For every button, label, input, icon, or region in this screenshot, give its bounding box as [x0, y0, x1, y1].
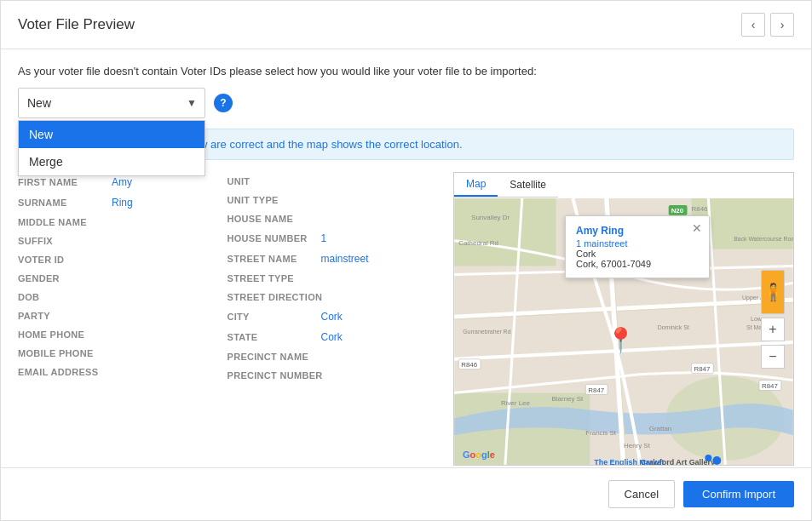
field-label-middlename: MIDDLE NAME: [18, 217, 112, 227]
field-row: STREET DIRECTION: [227, 288, 437, 306]
svg-text:R846: R846: [691, 205, 708, 213]
field-label-dob: DOB: [18, 292, 112, 302]
map-pin: 📍: [606, 326, 636, 354]
field-row: HOUSE NUMBER 1: [227, 228, 437, 249]
field-row: SURNAME Ring: [18, 192, 227, 213]
map-tab-map[interactable]: Map: [454, 173, 498, 197]
field-value-state: Cork: [321, 331, 343, 343]
google-logo: Google: [463, 449, 495, 460]
nav-next-button[interactable]: ›: [770, 13, 794, 37]
popup-address: 1 mainstreet: [576, 238, 699, 249]
field-label-city: CITY: [227, 312, 321, 322]
field-label-streetname: STREET NAME: [227, 254, 321, 264]
field-row: EMAIL ADDRESS: [18, 363, 227, 381]
field-label-party: PARTY: [18, 311, 112, 321]
field-row: PARTY: [18, 306, 227, 325]
popup-zip: Cork, 67001-7049: [576, 259, 699, 269]
field-label-precinctname: PRECINCT NAME: [227, 352, 321, 362]
field-row: PRECINCT NAME: [227, 347, 437, 366]
field-row: PRECINCT NUMBER: [227, 366, 437, 385]
field-label-streetdirection: STREET DIRECTION: [227, 292, 323, 302]
help-icon[interactable]: ?: [214, 94, 233, 112]
field-label-unittype: UNIT TYPE: [227, 195, 321, 205]
modal-footer: Cancel Confirm Import: [1, 467, 811, 520]
svg-text:Francis St: Francis St: [585, 429, 617, 437]
field-value-housenumber: 1: [321, 232, 327, 244]
info-text: As your voter file doesn't contain Voter…: [18, 65, 794, 77]
nav-arrows: ‹ ›: [741, 13, 794, 37]
svg-text:Grattan: Grattan: [649, 425, 671, 432]
zoom-out-button[interactable]: −: [761, 345, 785, 369]
field-label-email: EMAIL ADDRESS: [18, 367, 112, 377]
map-section: Map Satellite: [453, 172, 794, 467]
map-popup: ✕ Amy Ring 1 mainstreet Cork Cork, 67001…: [565, 215, 710, 278]
field-label-surname: SURNAME: [18, 198, 112, 208]
field-row: CITY Cork: [227, 306, 437, 327]
svg-text:Blarney St: Blarney St: [552, 395, 584, 403]
field-label-gender: GENDER: [18, 273, 112, 283]
svg-text:N20: N20: [671, 207, 684, 215]
svg-text:R847: R847: [694, 365, 711, 373]
field-row: SUFFIX: [18, 232, 227, 250]
modal-container: Voter File Preview ‹ › As your voter fil…: [0, 0, 812, 521]
svg-text:Henry St: Henry St: [624, 442, 651, 449]
dropdown-item-new[interactable]: New: [19, 121, 204, 148]
field-label-housename: HOUSE NAME: [227, 214, 321, 224]
map-controls: 🧍 + −: [761, 270, 785, 369]
field-label-streettype: STREET TYPE: [227, 273, 321, 283]
fields-grid: FIRST NAME Amy SURNAME Ring MIDDLE NAME: [18, 172, 436, 385]
svg-text:River Lee: River Lee: [501, 399, 531, 407]
field-label-voterid: VOTER ID: [18, 255, 112, 265]
field-row: MOBILE PHONE: [18, 344, 227, 363]
field-label-state: STATE: [227, 332, 321, 342]
popup-city: Cork: [576, 249, 699, 259]
field-row: VOTER ID: [18, 250, 227, 269]
field-row: STREET TYPE: [227, 269, 437, 288]
field-row: MIDDLE NAME: [18, 213, 227, 232]
field-value-firstname: Amy: [112, 176, 132, 188]
map-tab-bar: Map Satellite: [454, 173, 558, 198]
map-tab-satellite[interactable]: Satellite: [498, 173, 558, 197]
svg-text:Sunvalley Dr: Sunvalley Dr: [471, 214, 510, 221]
field-row: DOB: [18, 288, 227, 306]
modal-title: Voter File Preview: [18, 16, 135, 33]
svg-point-35: [712, 456, 721, 465]
field-label-suffix: SUFFIX: [18, 236, 112, 246]
content-area: FIRST NAME Amy SURNAME Ring MIDDLE NAME: [18, 172, 794, 467]
svg-text:Gurranebraher Rd: Gurranebraher Rd: [463, 329, 510, 335]
popup-name: Amy Ring: [576, 225, 699, 237]
svg-text:Back Watercourse Road: Back Watercourse Road: [734, 236, 793, 242]
zoom-in-button[interactable]: +: [761, 318, 785, 341]
field-row: STATE Cork: [227, 327, 437, 347]
select-row: New Merge ▼ New Merge ?: [18, 88, 794, 118]
confirm-import-button[interactable]: Confirm Import: [683, 481, 794, 507]
field-label-firstname: FIRST NAME: [18, 177, 112, 187]
field-row: UNIT: [227, 172, 437, 191]
field-row: STREET NAME mainstreet: [227, 249, 437, 269]
svg-rect-1: [454, 198, 556, 266]
svg-text:Dominick St: Dominick St: [658, 324, 689, 330]
field-label-homephone: HOME PHONE: [18, 329, 112, 340]
field-value-streetname: mainstreet: [321, 253, 369, 265]
modal-header: Voter File Preview ‹ ›: [1, 1, 811, 49]
map-container[interactable]: Map Satellite: [453, 172, 794, 466]
nav-prev-button[interactable]: ‹: [741, 13, 765, 37]
dropdown-menu: New Merge: [18, 120, 205, 176]
fields-right: UNIT UNIT TYPE HOUSE NAME HOUSE NUM: [227, 172, 437, 385]
field-row: HOME PHONE: [18, 325, 227, 344]
field-label-housenumber: HOUSE NUMBER: [227, 233, 321, 243]
popup-close-button[interactable]: ✕: [692, 221, 702, 235]
fields-section: FIRST NAME Amy SURNAME Ring MIDDLE NAME: [18, 172, 436, 467]
cancel-button[interactable]: Cancel: [608, 480, 675, 508]
field-row: UNIT TYPE: [227, 191, 437, 209]
select-wrapper: New Merge ▼ New Merge: [18, 88, 205, 118]
field-label-unit: UNIT: [227, 176, 321, 186]
svg-point-33: [705, 455, 711, 461]
field-value-city: Cork: [321, 311, 343, 323]
svg-text:Cathedral Rd: Cathedral Rd: [458, 239, 498, 247]
import-type-select[interactable]: New Merge: [18, 88, 205, 118]
svg-text:R847: R847: [588, 386, 605, 394]
dropdown-item-merge[interactable]: Merge: [19, 148, 204, 175]
street-view-icon[interactable]: 🧍: [761, 270, 785, 314]
modal-body: As your voter file doesn't contain Voter…: [1, 49, 811, 467]
